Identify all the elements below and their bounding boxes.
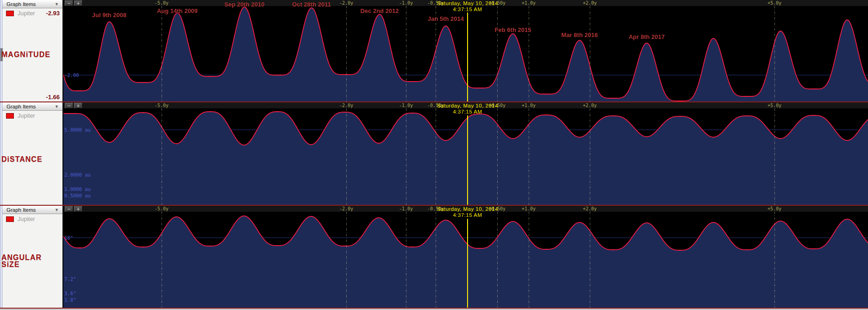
- time-tick-+2.0y: +2.0y: [583, 206, 597, 211]
- time-tick--1.0y: -1.0y: [399, 0, 413, 6]
- panel-separator: [0, 101, 868, 102]
- cursor-date-label: Saturday, May 10, 2014: [437, 103, 498, 108]
- zoom-in-button[interactable]: +: [74, 206, 82, 212]
- panel-title-distance: DiSTANCE: [1, 156, 62, 163]
- y-axis-label: 2.0000 au: [64, 172, 91, 177]
- cursor-time-label: 4:37:15 AM: [453, 6, 482, 12]
- opposition-date-label: Dec 2nd 2012: [360, 7, 399, 14]
- sidebar-angular-size: Graph Items▼JupiterANGULAR SiZE: [0, 206, 63, 308]
- panel-separator: [0, 205, 868, 206]
- time-tick-+1.0y: +1.0y: [522, 103, 536, 108]
- series-item-label: Jupiter: [18, 10, 35, 17]
- y-axis-label: 18": [64, 235, 73, 240]
- sidebar-magnitude: Graph Items▼Jupiter-2.93MAGNiTUDE-1.66: [0, 0, 63, 101]
- series-color-swatch: [6, 216, 14, 222]
- panel-title-magnitude: MAGNiTUDE: [1, 51, 62, 58]
- time-tick--5.0y: -5.0y: [155, 103, 169, 108]
- time-tick-+2.0y: +2.0y: [583, 0, 597, 6]
- opposition-date-label: Oct 28th 2011: [292, 1, 331, 8]
- time-tick-+1.0y: +1.0y: [522, 206, 536, 211]
- time-tick-+5.0y: +5.0y: [768, 0, 781, 6]
- cursor-date-label: Saturday, May 10, 2014: [437, 0, 498, 6]
- y-axis-label: -2.00: [64, 72, 79, 78]
- chevron-down-icon[interactable]: ▼: [55, 2, 59, 6]
- current-time-cursor-line[interactable]: [467, 13, 468, 101]
- opposition-date-label: Jan 5th 2014: [428, 15, 464, 22]
- y-axis-label: 5.0000 au: [64, 127, 91, 133]
- panel-title-angular-size: ANGULAR SiZE: [1, 254, 62, 268]
- time-tick--5.0y: -5.0y: [155, 206, 169, 211]
- zoom-out-button[interactable]: −: [65, 103, 73, 108]
- graph-items-header-label: Graph Items: [6, 207, 36, 213]
- time-tick--2.0y: -2.0y: [339, 206, 353, 211]
- graph-plot-area-angular-size[interactable]: [63, 212, 868, 308]
- chevron-down-icon[interactable]: ▼: [55, 208, 59, 212]
- graph-items-header[interactable]: Graph Items▼: [2, 0, 62, 8]
- series-color-swatch: [6, 11, 14, 16]
- cursor-time-label: 4:37:15 AM: [453, 212, 482, 218]
- time-tick--2.0y: -2.0y: [339, 0, 353, 6]
- cursor-time-label: 4:37:15 AM: [453, 109, 482, 114]
- time-tick-+5.0y: +5.0y: [768, 103, 781, 108]
- time-tick--1.0y: -1.0y: [399, 206, 413, 211]
- y-axis-label: 1.8": [64, 297, 76, 303]
- opposition-date-label: Mar 8th 2016: [562, 32, 598, 38]
- opposition-date-label: Feb 6th 2015: [495, 26, 531, 33]
- time-tick-+2.0y: +2.0y: [583, 103, 597, 108]
- y-axis-label: 7.2": [64, 276, 76, 282]
- graph-plot-area-magnitude[interactable]: [63, 6, 868, 101]
- time-tick-+1.0y: +1.0y: [522, 0, 536, 6]
- opposition-date-label: Jul 9th 2008: [92, 12, 126, 19]
- y-axis-label: 0.5000 au: [64, 193, 91, 198]
- zoom-out-button[interactable]: −: [65, 206, 73, 212]
- panel-max-value: -2.93: [46, 10, 60, 17]
- panel-min-value: -1.66: [46, 94, 60, 101]
- zoom-in-button[interactable]: +: [74, 0, 82, 6]
- graph-window: Graph Items▼Jupiter-2.93MAGNiTUDE-1.66−+…: [0, 0, 868, 310]
- current-time-cursor-line[interactable]: [467, 219, 468, 308]
- series-color-swatch: [6, 113, 14, 119]
- zoom-in-button[interactable]: +: [74, 103, 82, 108]
- graph-plot-area-distance[interactable]: [63, 108, 868, 205]
- time-tick--1.0y: -1.0y: [399, 103, 413, 108]
- graph-items-header-label: Graph Items: [6, 104, 36, 109]
- zoom-out-button[interactable]: −: [65, 0, 73, 6]
- opposition-date-label: Apr 8th 2017: [629, 33, 665, 40]
- graph-item-row-jupiter[interactable]: Jupiter-2.93: [2, 10, 62, 17]
- y-axis-label: 3.6": [64, 291, 76, 296]
- series-item-label: Jupiter: [18, 113, 35, 119]
- chevron-down-icon[interactable]: ▼: [55, 104, 59, 109]
- cursor-date-label: Saturday, May 10, 2014: [437, 206, 498, 212]
- current-time-cursor-line[interactable]: [467, 115, 468, 205]
- time-tick-+5.0y: +5.0y: [768, 206, 781, 211]
- graph-items-header-label: Graph Items: [6, 1, 36, 7]
- graph-item-row-jupiter[interactable]: Jupiter: [2, 215, 62, 223]
- opposition-date-label: Sep 20th 2010: [225, 1, 265, 8]
- opposition-date-label: Aug 14th 2009: [157, 7, 198, 14]
- time-tick--5.0y: -5.0y: [155, 0, 169, 6]
- time-tick--2.0y: -2.0y: [339, 103, 353, 108]
- graph-items-header[interactable]: Graph Items▼: [2, 206, 62, 214]
- sidebar-distance: Graph Items▼JupiterDiSTANCE: [0, 102, 63, 205]
- graph-item-row-jupiter[interactable]: Jupiter: [2, 112, 62, 120]
- series-item-label: Jupiter: [18, 216, 35, 222]
- graph-items-header[interactable]: Graph Items▼: [2, 102, 62, 111]
- y-axis-label: 1.0000 au: [64, 186, 91, 192]
